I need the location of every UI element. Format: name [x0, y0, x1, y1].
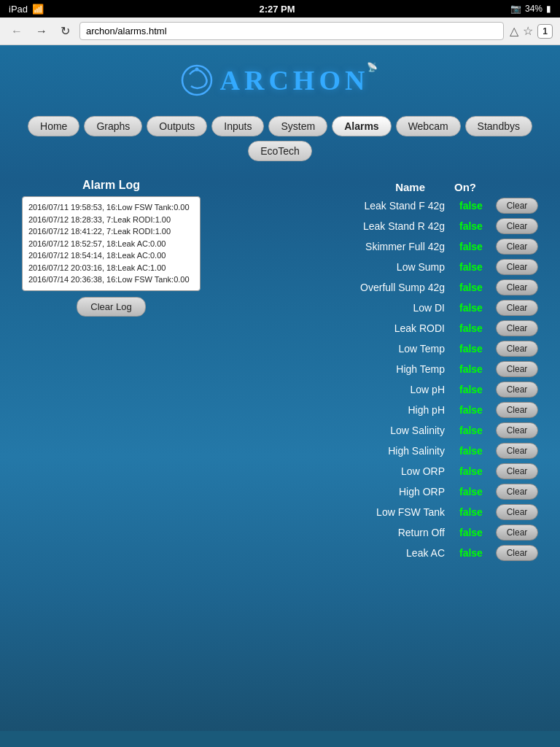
- alarm-clear-button[interactable]: Clear: [496, 361, 538, 377]
- table-row: Low pH false Clear: [215, 379, 538, 400]
- table-row: Leak RODI false Clear: [215, 318, 538, 338]
- alarm-row-name: High pH: [215, 404, 452, 416]
- log-entry-6: 2016/07/12 20:03:16, 18:Leak AC:1.00: [28, 262, 194, 274]
- log-entry-5: 2016/07/12 18:54:14, 18:Leak AC:0.00: [28, 249, 194, 262]
- alarm-clear-button[interactable]: Clear: [496, 300, 538, 316]
- alarm-row-status: false: [459, 220, 489, 232]
- alarm-row-name: Low Salinity: [215, 425, 452, 436]
- nav-inputs[interactable]: Inputs: [211, 116, 264, 136]
- nav-webcam[interactable]: Webcam: [396, 116, 461, 136]
- alarm-clear-button[interactable]: Clear: [496, 525, 538, 541]
- alarm-clear-button[interactable]: Clear: [496, 545, 538, 561]
- alarm-row-status: false: [459, 322, 489, 334]
- nav-outputs[interactable]: Outputs: [147, 116, 207, 136]
- alarm-clear-button[interactable]: Clear: [496, 504, 538, 520]
- logo-icon: [176, 60, 217, 100]
- share-icon[interactable]: △: [510, 24, 518, 38]
- table-row: Return Off false Clear: [215, 522, 538, 543]
- url-input[interactable]: [79, 22, 504, 40]
- table-row: High ORP false Clear: [215, 481, 538, 502]
- alarm-clear-button[interactable]: Clear: [496, 402, 538, 418]
- browser-bar: ← → ↻ △ ☆ 1: [0, 18, 560, 45]
- alarm-row-status: false: [459, 425, 489, 436]
- logo-wifi-icon: 📡: [367, 62, 378, 72]
- alarm-row-status: false: [459, 343, 489, 355]
- table-row: Leak Stand F 42g false Clear: [215, 196, 538, 216]
- bookmark-icon[interactable]: ☆: [523, 24, 533, 38]
- alarm-clear-button[interactable]: Clear: [496, 382, 538, 398]
- alarm-row-status: false: [459, 200, 489, 212]
- time-display: 2:27 PM: [259, 4, 295, 15]
- table-row: Low Salinity false Clear: [215, 420, 538, 441]
- logo-area: ARCHON 📡: [0, 45, 560, 110]
- clear-log-button[interactable]: Clear Log: [77, 297, 145, 317]
- header-on: On?: [454, 181, 476, 193]
- nav-home[interactable]: Home: [28, 116, 79, 136]
- alarm-clear-button[interactable]: Clear: [496, 443, 538, 459]
- table-row: Leak AC false Clear: [215, 543, 538, 563]
- bluetooth-icon: 📷: [510, 4, 521, 14]
- table-row: Skimmer Full 42g false Clear: [215, 236, 538, 257]
- alarm-clear-button[interactable]: Clear: [496, 341, 538, 357]
- alarm-row-status: false: [459, 363, 489, 375]
- alarms-table-section: Name On? Leak Stand F 42g false Clear Le…: [215, 179, 538, 563]
- alarm-clear-button[interactable]: Clear: [496, 463, 538, 479]
- log-entry-2: 2016/07/12 18:28:33, 7:Leak RODI:1.00: [28, 214, 194, 226]
- table-row: Low Sump false Clear: [215, 257, 538, 277]
- table-row: High Salinity false Clear: [215, 441, 538, 461]
- main-content: Alarm Log 2016/07/11 19:58:53, 16:Low FS…: [0, 171, 560, 570]
- alarm-clear-button[interactable]: Clear: [496, 320, 538, 336]
- alarm-row-name: High ORP: [215, 486, 452, 498]
- alarm-log-section: Alarm Log 2016/07/11 19:58:53, 16:Low FS…: [22, 179, 201, 317]
- alarm-row-status: false: [459, 384, 489, 395]
- nav-row-2: EcoTech: [0, 141, 560, 161]
- tab-count[interactable]: 1: [537, 24, 553, 39]
- alarm-clear-button[interactable]: Clear: [496, 198, 538, 214]
- table-row: Low DI false Clear: [215, 298, 538, 318]
- battery-icon: ▮: [546, 4, 551, 14]
- nav-system[interactable]: System: [268, 116, 327, 136]
- alarm-row-status: false: [459, 465, 489, 477]
- alarm-row-status: false: [459, 527, 489, 538]
- refresh-button[interactable]: ↻: [57, 23, 74, 39]
- alarm-clear-button[interactable]: Clear: [496, 422, 538, 438]
- alarm-row-name: High Temp: [215, 363, 452, 375]
- alarm-clear-button[interactable]: Clear: [496, 259, 538, 275]
- alarm-clear-button[interactable]: Clear: [496, 279, 538, 295]
- alarm-row-status: false: [459, 404, 489, 416]
- alarm-row-status: false: [459, 486, 489, 498]
- alarm-row-name: Low Temp: [215, 343, 452, 355]
- log-entry-4: 2016/07/12 18:52:57, 18:Leak AC:0.00: [28, 238, 194, 250]
- forward-button[interactable]: →: [32, 23, 51, 39]
- back-button[interactable]: ←: [7, 23, 26, 39]
- device-label: iPad: [9, 4, 28, 15]
- alarm-clear-button[interactable]: Clear: [496, 239, 538, 255]
- alarms-table-header: Name On?: [215, 179, 538, 196]
- nav-ecotech[interactable]: EcoTech: [248, 141, 312, 161]
- alarm-row-name: Skimmer Full 42g: [215, 241, 452, 252]
- alarm-row-name: Leak RODI: [215, 322, 452, 334]
- alarm-row-name: High Salinity: [215, 445, 452, 457]
- alarm-clear-button[interactable]: Clear: [496, 484, 538, 500]
- nav-graphs[interactable]: Graphs: [84, 116, 142, 136]
- alarm-row-status: false: [459, 302, 489, 314]
- table-row: Leak Stand R 42g false Clear: [215, 216, 538, 236]
- table-row: Overfull Sump 42g false Clear: [215, 277, 538, 298]
- alarm-clear-button[interactable]: Clear: [496, 218, 538, 234]
- alarm-row-name: Return Off: [215, 527, 452, 538]
- alarm-row-status: false: [459, 547, 489, 559]
- alarm-row-name: Low FSW Tank: [215, 506, 452, 518]
- alarm-row-status: false: [459, 241, 489, 252]
- table-row: High Temp false Clear: [215, 359, 538, 379]
- nav-standbys[interactable]: Standbys: [465, 116, 532, 136]
- logo-text: ARCHON: [220, 64, 370, 96]
- alarm-log-title: Alarm Log: [22, 179, 201, 192]
- alarm-row-status: false: [459, 261, 489, 273]
- table-row: Low ORP false Clear: [215, 461, 538, 481]
- log-entry-3: 2016/07/12 18:41:22, 7:Leak RODI:1.00: [28, 225, 194, 238]
- alarm-row-name: Low Sump: [215, 261, 452, 273]
- alarm-row-status: false: [459, 506, 489, 518]
- alarm-row-name: Leak AC: [215, 547, 452, 559]
- nav-alarms[interactable]: Alarms: [332, 116, 391, 136]
- alarm-row-name: Leak Stand F 42g: [215, 200, 452, 212]
